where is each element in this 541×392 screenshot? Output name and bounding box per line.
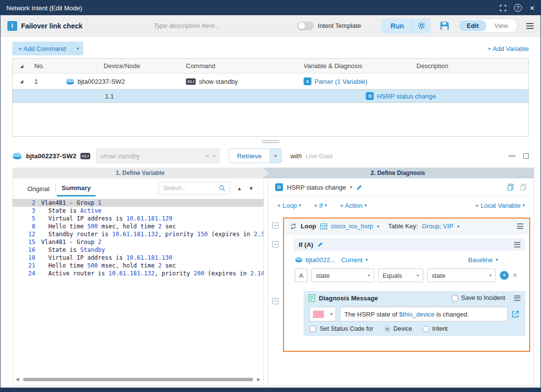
- code-line[interactable]: 5 Virtual IP address is 10.61.181.129: [13, 215, 263, 222]
- tab-original[interactable]: Original: [23, 181, 54, 196]
- run-button[interactable]: Run: [382, 19, 413, 33]
- table-key-chevron-down-icon[interactable]: ▾: [457, 224, 460, 229]
- condition-device[interactable]: bjta0022...: [306, 256, 335, 264]
- run-button-group: Run: [382, 19, 430, 33]
- horizontal-splitter[interactable]: [0, 139, 541, 145]
- search-nav: ▲ ▼: [237, 186, 254, 191]
- loop-table-select[interactable]: cisco_ios_hsrp: [331, 222, 373, 230]
- if-header[interactable]: If (A): [294, 238, 525, 251]
- horizontal-scrollbar[interactable]: ◀ ▶: [16, 376, 260, 383]
- maximize-panel-icon[interactable]: [523, 153, 529, 159]
- remove-condition-icon[interactable]: ×: [513, 271, 517, 280]
- scroll-right-icon[interactable]: ▶: [257, 377, 260, 382]
- add-command-label[interactable]: + Add Command: [12, 45, 72, 52]
- baseline-select[interactable]: Baseline: [468, 256, 493, 264]
- code-line[interactable]: 21 Hello time 500 msec, hold time 2 sec: [13, 262, 263, 270]
- save-icon[interactable]: [440, 21, 449, 30]
- expand-message-icon[interactable]: [512, 310, 519, 318]
- loop-row[interactable]: Loop cisco_ios_hsrp ▾ Table Key: Group; …: [284, 219, 529, 234]
- intent-name[interactable]: Failover link check: [21, 22, 82, 30]
- current-select[interactable]: Current: [341, 256, 362, 264]
- diagnosis-icon: D: [275, 183, 283, 191]
- code-line[interactable]: 15Vlan481 - Group 2: [13, 238, 263, 246]
- row-collapse-icon[interactable]: ◢: [13, 79, 30, 84]
- search-prev-icon[interactable]: ▲: [237, 186, 242, 191]
- edit-if-pencil-icon[interactable]: [317, 242, 323, 247]
- copy-icon[interactable]: [507, 184, 514, 191]
- add-command-chevron-down-icon[interactable]: ▾: [72, 46, 83, 51]
- table-row[interactable]: ◢ 1 bjta002237-SW2 CLI show standby x Pa…: [13, 74, 528, 89]
- collapse-all-icon[interactable]: ◢: [13, 64, 30, 69]
- code-text: Vlan481 - Group 1: [41, 199, 102, 207]
- menu-icon[interactable]: [526, 23, 534, 29]
- parser-link[interactable]: Parser (1 Variable): [314, 78, 367, 85]
- save-to-incident-checkbox[interactable]: [452, 295, 458, 301]
- severity-color-select[interactable]: ▾: [309, 307, 336, 321]
- collapse-message-icon[interactable]: −: [272, 298, 279, 304]
- intent-template-toggle[interactable]: [297, 22, 314, 30]
- code-line[interactable]: 3 State is Active: [13, 207, 263, 215]
- with-label: with: [290, 152, 302, 160]
- table-key-select[interactable]: Group; VIP: [422, 222, 453, 230]
- diagnosis-chevron-down-icon[interactable]: ▾: [350, 185, 352, 190]
- add-condition-icon[interactable]: +: [500, 271, 509, 280]
- operator-select[interactable]: Equals▾: [378, 269, 423, 282]
- add-variable-link[interactable]: + Add Variable: [488, 45, 529, 52]
- if-menu-icon[interactable]: [514, 242, 520, 247]
- add-loop-link[interactable]: + Loop▾: [277, 202, 301, 209]
- table-row-selected[interactable]: 1.1 D HSRP status change: [13, 89, 528, 103]
- add-command-button[interactable]: + Add Command ▾: [12, 42, 83, 55]
- current-chevron-down-icon[interactable]: ▾: [365, 257, 368, 262]
- row-diagnosis[interactable]: D HSRP status change: [362, 92, 439, 100]
- command-chevron-down-icon[interactable]: ▾: [213, 153, 216, 158]
- step-define-variable[interactable]: 1. Define Variable: [12, 168, 268, 178]
- loop-menu-icon[interactable]: [517, 223, 523, 229]
- help-icon[interactable]: ?: [514, 4, 522, 12]
- search-input[interactable]: Search...: [158, 182, 230, 195]
- retrieve-button[interactable]: Retrieve: [229, 149, 270, 163]
- tab-summary[interactable]: Summary: [57, 180, 96, 196]
- network-intent-window: Network Intent (Edit Mode) ? × I Failove…: [0, 0, 541, 392]
- message-input[interactable]: The HSRP state of $this_device is change…: [340, 307, 508, 321]
- clear-command-icon[interactable]: ×: [206, 152, 209, 160]
- search-placeholder: Search...: [163, 185, 219, 192]
- collapse-if-icon[interactable]: −: [272, 241, 279, 247]
- intent-radio[interactable]: [423, 326, 429, 332]
- command-select[interactable]: show standby × ▾: [96, 148, 220, 163]
- row-variable[interactable]: x Parser (1 Variable): [300, 77, 412, 85]
- edit-pencil-icon[interactable]: [356, 184, 362, 191]
- close-icon[interactable]: ×: [530, 4, 535, 12]
- add-action-link[interactable]: + Action▾: [340, 202, 367, 209]
- description-input[interactable]: Type description here...: [154, 22, 220, 29]
- paste-icon[interactable]: [520, 184, 527, 191]
- scrollbar-thumb[interactable]: [23, 378, 253, 381]
- set-status-code-checkbox[interactable]: [309, 326, 316, 332]
- code-line[interactable]: 8 Hello time 500 msec, hold time 2 sec: [13, 222, 263, 230]
- fullscreen-icon[interactable]: [500, 5, 506, 11]
- collapse-loop-icon[interactable]: −: [272, 222, 279, 229]
- diagnosis-name-select[interactable]: HSRP status change: [287, 184, 346, 191]
- code-line[interactable]: 12 Standby router is 10.61.181.132, prio…: [13, 230, 263, 238]
- diagnosis-link[interactable]: HSRP status change: [377, 93, 436, 100]
- right-operand-select[interactable]: state▾: [427, 269, 496, 282]
- scroll-left-icon[interactable]: ◀: [16, 377, 19, 382]
- message-menu-icon[interactable]: [514, 295, 520, 301]
- code-line[interactable]: 24 Active router is 10.61.181.132, prior…: [13, 270, 263, 277]
- search-next-icon[interactable]: ▼: [249, 186, 254, 191]
- device-radio[interactable]: [384, 326, 390, 332]
- edit-mode-button[interactable]: Edit: [459, 20, 487, 31]
- code-line[interactable]: 2Vlan481 - Group 1: [13, 199, 263, 207]
- loop-table-chevron-down-icon[interactable]: ▾: [377, 224, 380, 229]
- add-local-variable-link[interactable]: + Local Variable▾: [475, 202, 525, 209]
- code-line[interactable]: 16 State is Standby: [13, 246, 263, 254]
- view-mode-button[interactable]: View: [487, 20, 516, 31]
- baseline-chevron-down-icon[interactable]: ▾: [495, 257, 498, 262]
- run-settings-gear-icon[interactable]: [413, 19, 430, 33]
- step-define-diagnosis[interactable]: 2. Define Diagnosis: [261, 168, 534, 178]
- left-operand-select[interactable]: state▾: [311, 269, 374, 282]
- code-line[interactable]: 18 Virtual IP address is 10.61.181.130: [13, 254, 263, 262]
- row-device: bjta002237-SW2: [62, 78, 182, 85]
- add-if-link[interactable]: + If▾: [314, 202, 327, 209]
- minimize-panel-icon[interactable]: —: [509, 152, 515, 160]
- retrieve-chevron-down-icon[interactable]: ▾: [270, 149, 281, 163]
